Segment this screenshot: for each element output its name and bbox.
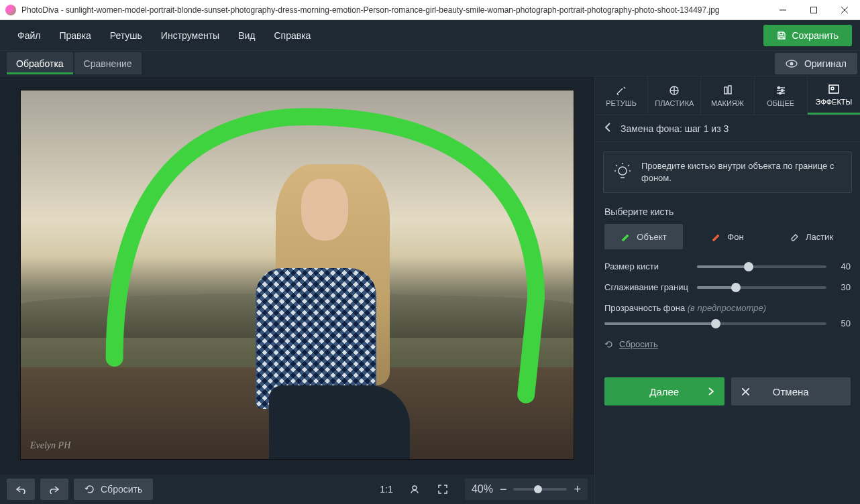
edge-smooth-slider[interactable]: Сглаживание границ 30 (604, 282, 851, 292)
image-viewport[interactable]: Evelyn PH (20, 90, 574, 460)
bg-opacity-slider[interactable]: Прозрачность фона (в предпросмотре) 50 (604, 303, 851, 328)
brush-object-button[interactable]: Объект (604, 224, 683, 249)
brush-background-button[interactable]: Фон (688, 224, 767, 249)
svg-point-17 (779, 92, 781, 94)
watermark: Evelyn PH (30, 440, 70, 451)
bottom-toolbar: Сбросить 1:1 40% − + (0, 475, 594, 504)
zoom-out-button[interactable]: − (500, 483, 507, 497)
tip-box: Проведите кистью внутри объекта по грани… (603, 151, 852, 193)
svg-rect-1 (811, 7, 817, 13)
cancel-button[interactable]: Отмена (731, 377, 851, 405)
reset-button[interactable]: Сбросить (74, 479, 153, 500)
side-tab-plastic[interactable]: ПЛАСТИКА (648, 76, 701, 115)
brush-eraser-button[interactable]: Ластик (772, 224, 851, 249)
face-detect-button[interactable] (403, 484, 426, 495)
menu-help[interactable]: Справка (264, 26, 320, 45)
menu-tools[interactable]: Инструменты (152, 26, 229, 45)
side-tab-retouch[interactable]: РЕТУШЬ (595, 76, 648, 115)
canvas-area: Evelyn PH Сбросить 1:1 40% − + (0, 76, 594, 504)
menu-retouch[interactable]: Ретушь (101, 26, 152, 45)
brush-heading: Выберите кисть (604, 206, 851, 217)
zoom-value: 40% (472, 483, 493, 495)
close-icon (742, 386, 749, 397)
menu-edit[interactable]: Правка (50, 26, 100, 45)
side-tabs: РЕТУШЬ ПЛАСТИКА МАКИЯЖ ОБЩЕЕ ЭФФЕКТЫ (595, 76, 860, 115)
eye-icon (786, 60, 798, 68)
view-tabs: Обработка Сравнение Оригинал (0, 51, 860, 76)
minimize-button[interactable] (767, 0, 798, 20)
titlebar: PhotoDiva - sunlight-women-model-portrai… (0, 0, 860, 20)
svg-rect-11 (729, 86, 731, 94)
refresh-icon (604, 340, 614, 349)
next-button[interactable]: Далее (604, 377, 724, 405)
breadcrumb-text: Замена фона: шаг 1 из 3 (621, 123, 729, 134)
side-tab-general[interactable]: ОБЩЕЕ (755, 76, 808, 115)
menubar: Файл Правка Ретушь Инструменты Вид Справ… (0, 20, 860, 51)
undo-button[interactable] (7, 479, 35, 500)
svg-point-19 (831, 87, 834, 90)
svg-point-16 (781, 89, 783, 91)
close-button[interactable] (829, 0, 860, 20)
fullscreen-button[interactable] (431, 485, 454, 494)
zoom-in-button[interactable]: + (574, 483, 581, 497)
tip-text: Проведите кистью внутри объекта по грани… (641, 160, 842, 184)
side-tab-makeup[interactable]: МАКИЯЖ (701, 76, 754, 115)
tab-compare[interactable]: Сравнение (74, 52, 142, 74)
brush-size-slider[interactable]: Размер кисти 40 (604, 261, 851, 271)
svg-point-6 (413, 486, 417, 490)
svg-point-5 (790, 62, 793, 65)
side-panel: РЕТУШЬ ПЛАСТИКА МАКИЯЖ ОБЩЕЕ ЭФФЕКТЫ Зам… (594, 76, 860, 504)
refresh-icon (85, 484, 95, 495)
zoom-slider[interactable] (513, 488, 567, 491)
svg-point-15 (777, 86, 780, 88)
fit-1to1-button[interactable]: 1:1 (375, 484, 398, 495)
svg-point-20 (619, 167, 627, 175)
maximize-button[interactable] (798, 0, 829, 20)
save-icon (777, 31, 786, 40)
zoom-control: 40% − + (465, 479, 588, 500)
svg-rect-10 (724, 87, 727, 94)
save-button[interactable]: Сохранить (763, 25, 852, 46)
eraser-icon (790, 232, 799, 241)
app-logo-icon (5, 5, 16, 15)
redo-button[interactable] (40, 479, 68, 500)
menu-view[interactable]: Вид (229, 26, 264, 45)
breadcrumb: Замена фона: шаг 1 из 3 (595, 115, 860, 142)
brush-icon (711, 232, 720, 241)
svg-line-26 (628, 165, 629, 166)
menu-file[interactable]: Файл (8, 26, 50, 45)
reset-link[interactable]: Сбросить (604, 339, 851, 349)
original-toggle[interactable]: Оригинал (775, 53, 857, 74)
back-button[interactable] (604, 123, 611, 134)
lightbulb-icon (613, 163, 632, 182)
brush-icon (621, 232, 630, 241)
svg-line-25 (616, 165, 617, 166)
side-tab-effects[interactable]: ЭФФЕКТЫ (808, 76, 860, 115)
window-title: PhotoDiva - sunlight-women-model-portrai… (21, 5, 767, 15)
tab-process[interactable]: Обработка (7, 52, 73, 74)
chevron-right-icon (708, 386, 714, 397)
